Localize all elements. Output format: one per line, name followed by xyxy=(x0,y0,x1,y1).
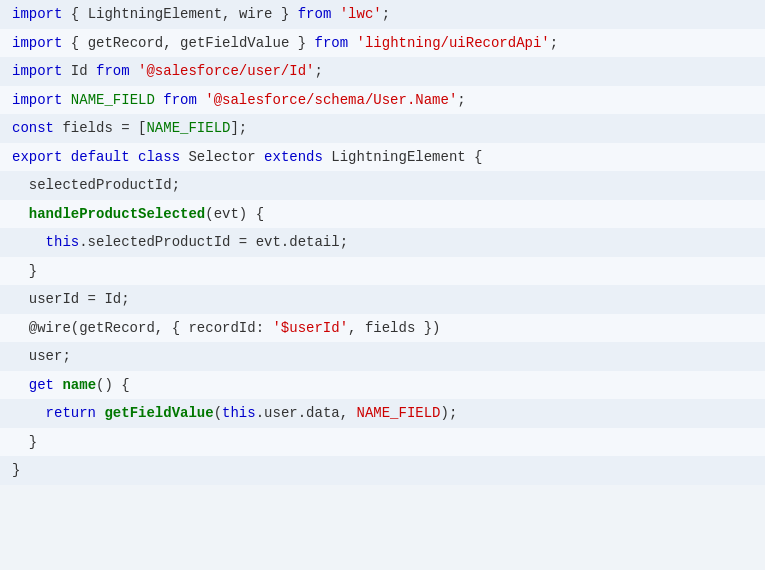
code-line: handleProductSelected(evt) { xyxy=(0,200,765,229)
code-line: import NAME_FIELD from '@salesforce/sche… xyxy=(0,86,765,115)
code-line: user; xyxy=(0,342,765,371)
code-line: } xyxy=(0,257,765,286)
code-line: userId = Id; xyxy=(0,285,765,314)
code-line: export default class Selector extends Li… xyxy=(0,143,765,172)
code-line: selectedProductId; xyxy=(0,171,765,200)
code-editor: import { LightningElement, wire } from '… xyxy=(0,0,765,570)
code-line: get name() { xyxy=(0,371,765,400)
code-line: const fields = [NAME_FIELD]; xyxy=(0,114,765,143)
code-line: } xyxy=(0,428,765,457)
code-line: return getFieldValue(this.user.data, NAM… xyxy=(0,399,765,428)
code-line: import { LightningElement, wire } from '… xyxy=(0,0,765,29)
code-line: import { getRecord, getFieldValue } from… xyxy=(0,29,765,58)
code-line: } xyxy=(0,456,765,485)
code-line: this.selectedProductId = evt.detail; xyxy=(0,228,765,257)
code-line: @wire(getRecord, { recordId: '$userId', … xyxy=(0,314,765,343)
code-line: import Id from '@salesforce/user/Id'; xyxy=(0,57,765,86)
